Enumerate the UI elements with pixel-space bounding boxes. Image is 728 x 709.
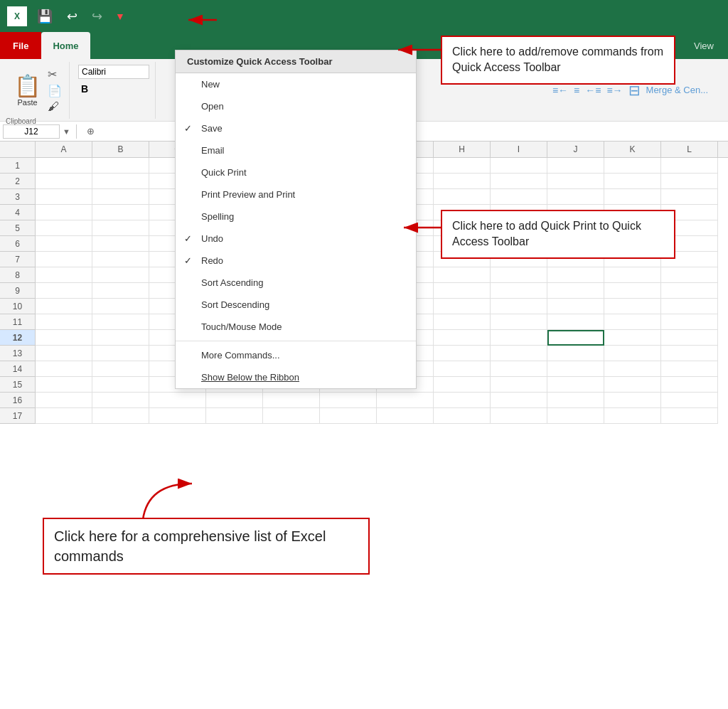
cut-button[interactable]: ✂ [46,67,63,82]
menu-item-more-commands[interactable]: More Commands... [176,344,416,366]
merge-center-button[interactable]: Merge & Cen... [646,85,708,95]
cell-I1[interactable] [491,158,547,174]
cell-H8[interactable] [434,267,491,283]
cell-J9[interactable] [547,283,604,299]
cell-A8[interactable] [36,267,92,283]
cell-K14[interactable] [604,361,661,377]
cell-A10[interactable] [36,299,92,314]
cell-K15[interactable] [604,377,661,393]
cell-L8[interactable] [661,267,718,283]
cell-I14[interactable] [491,361,547,377]
row-header-10[interactable]: 10 [0,299,35,314]
col-header-B[interactable]: B [92,142,149,157]
cell-A6[interactable] [36,236,92,252]
cell-B3[interactable] [92,189,149,205]
cell-A15[interactable] [36,377,92,393]
cell-A9[interactable] [36,283,92,299]
cell-J3[interactable] [547,189,604,205]
cell-K13[interactable] [604,346,661,361]
cell-J13[interactable] [547,346,604,361]
copy-button[interactable]: 📄 [46,83,63,98]
cell-L9[interactable] [661,283,718,299]
cell-A3[interactable] [36,189,92,205]
cell-H13[interactable] [434,346,491,361]
row-header-6[interactable]: 6 [0,236,35,252]
cell-B11[interactable] [92,314,149,330]
row-header-16[interactable]: 16 [0,393,35,408]
cell-J2[interactable] [547,174,604,189]
cell-H15[interactable] [434,377,491,393]
formula-expand-icon[interactable]: ⊕ [82,126,99,137]
cell-G17[interactable] [377,408,434,424]
cell-B7[interactable] [92,252,149,267]
cell-B1[interactable] [92,158,149,174]
cell-L14[interactable] [661,361,718,377]
cell-L1[interactable] [661,158,718,174]
name-box[interactable] [3,124,60,139]
cell-K3[interactable] [604,189,661,205]
row-header-13[interactable]: 13 [0,346,35,361]
row-header-3[interactable]: 3 [0,189,35,205]
cell-H1[interactable] [434,158,491,174]
cell-B4[interactable] [92,205,149,220]
col-header-H[interactable]: H [434,142,491,157]
cell-B8[interactable] [92,267,149,283]
menu-item-spelling[interactable]: Spelling [176,206,416,228]
tab-view[interactable]: View [682,32,728,59]
cell-J16[interactable] [547,393,604,408]
cell-A17[interactable] [36,408,92,424]
cell-H3[interactable] [434,189,491,205]
cell-K10[interactable] [604,299,661,314]
cell-H11[interactable] [434,314,491,330]
cell-A12[interactable] [36,330,92,346]
cell-J15[interactable] [547,377,604,393]
cell-I2[interactable] [491,174,547,189]
cell-I11[interactable] [491,314,547,330]
cell-A2[interactable] [36,174,92,189]
row-header-2[interactable]: 2 [0,174,35,189]
cell-G16[interactable] [377,393,434,408]
cell-I15[interactable] [491,377,547,393]
col-header-L[interactable]: L [661,142,718,157]
cell-A4[interactable] [36,205,92,220]
cell-I3[interactable] [491,189,547,205]
cell-L3[interactable] [661,189,718,205]
cell-H12[interactable] [434,330,491,346]
cell-F16[interactable] [320,393,377,408]
row-header-7[interactable]: 7 [0,252,35,267]
cell-B9[interactable] [92,283,149,299]
cell-L16[interactable] [661,393,718,408]
tab-home[interactable]: Home [41,32,90,59]
cell-I13[interactable] [491,346,547,361]
menu-item-print-preview[interactable]: Print Preview and Print [176,183,416,206]
cell-L13[interactable] [661,346,718,361]
cell-D17[interactable] [206,408,263,424]
menu-item-show-below-ribbon[interactable]: Show Below the Ribbon [176,366,416,388]
cell-J14[interactable] [547,361,604,377]
cell-L17[interactable] [661,408,718,424]
menu-item-new[interactable]: New [176,73,416,95]
format-painter-button[interactable]: 🖌 [46,100,63,114]
cell-L2[interactable] [661,174,718,189]
cell-I9[interactable] [491,283,547,299]
cell-H17[interactable] [434,408,491,424]
align-left-icon[interactable]: ≡← [552,85,568,96]
cell-A1[interactable] [36,158,92,174]
cell-I12[interactable] [491,330,547,346]
indent-decrease-icon[interactable]: ←≡ [585,85,601,96]
cell-I10[interactable] [491,299,547,314]
col-header-I[interactable]: I [491,142,547,157]
cell-I17[interactable] [491,408,547,424]
name-box-dropdown[interactable]: ▼ [63,127,70,136]
cell-B10[interactable] [92,299,149,314]
cell-B12[interactable] [92,330,149,346]
cell-C16[interactable] [149,393,206,408]
cell-B6[interactable] [92,236,149,252]
cell-A5[interactable] [36,220,92,236]
row-header-9[interactable]: 9 [0,283,35,299]
cell-K2[interactable] [604,174,661,189]
cell-L10[interactable] [661,299,718,314]
cell-D16[interactable] [206,393,263,408]
cell-I16[interactable] [491,393,547,408]
cell-K17[interactable] [604,408,661,424]
